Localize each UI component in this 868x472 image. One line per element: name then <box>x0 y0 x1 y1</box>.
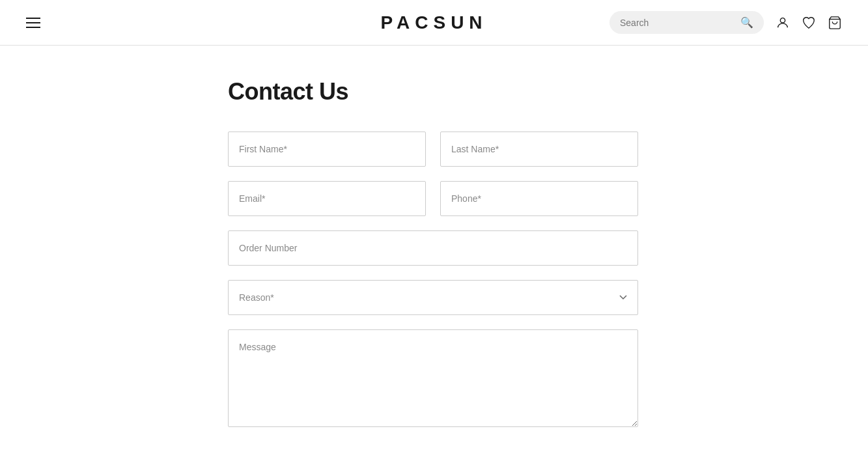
logo-text: PACSUN <box>380 12 487 33</box>
email-input[interactable] <box>228 181 426 216</box>
site-logo[interactable]: PACSUN <box>380 12 487 33</box>
header-left <box>26 18 40 28</box>
search-input[interactable] <box>620 18 740 28</box>
reason-row: Reason* Order Issue Returns & Exchanges … <box>228 280 638 315</box>
search-container[interactable]: 🔍 <box>609 11 764 34</box>
order-number-row <box>228 230 638 266</box>
wishlist-icon[interactable] <box>802 16 816 30</box>
reason-select[interactable]: Reason* Order Issue Returns & Exchanges … <box>228 280 638 315</box>
last-name-input[interactable] <box>440 132 638 167</box>
phone-input[interactable] <box>440 181 638 216</box>
message-row <box>228 329 638 430</box>
first-name-input[interactable] <box>228 132 426 167</box>
search-icon[interactable]: 🔍 <box>740 16 753 29</box>
contact-row <box>228 181 638 216</box>
order-number-input[interactable] <box>228 230 638 266</box>
name-row <box>228 132 638 167</box>
page-title: Contact Us <box>228 78 842 105</box>
cart-icon[interactable] <box>828 16 842 30</box>
header-right: 🔍 <box>609 11 842 34</box>
main-content: Contact Us Reason* <box>0 46 868 470</box>
last-name-group <box>440 132 638 167</box>
header: PACSUN 🔍 <box>0 0 868 46</box>
first-name-group <box>228 132 426 167</box>
svg-point-0 <box>780 18 785 22</box>
account-icon[interactable] <box>776 16 790 30</box>
contact-form: Reason* Order Issue Returns & Exchanges … <box>228 132 638 430</box>
message-textarea[interactable] <box>228 329 638 427</box>
hamburger-menu-button[interactable] <box>26 18 40 28</box>
phone-group <box>440 181 638 216</box>
email-group <box>228 181 426 216</box>
